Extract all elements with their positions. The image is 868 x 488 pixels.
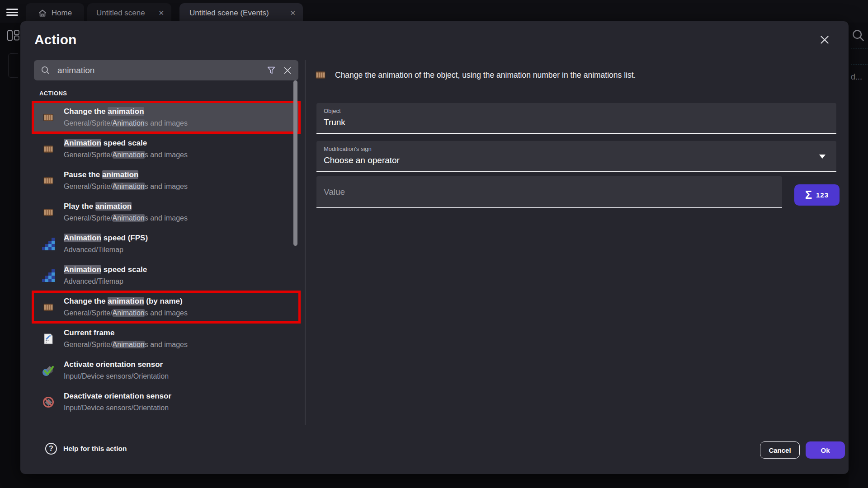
close-tab-icon[interactable]: ✕ (290, 9, 296, 17)
close-tab-icon[interactable]: ✕ (158, 9, 164, 17)
tilemap-icon (42, 269, 55, 282)
scrollbar-thumb[interactable] (293, 80, 297, 246)
help-link[interactable]: ? Help for this action (45, 443, 127, 455)
home-icon (38, 9, 47, 18)
tab-label: Untitled scene (Events) (189, 9, 269, 18)
help-label: Help for this action (63, 445, 127, 453)
sprite-trunk-icon (42, 111, 55, 124)
activate-sensor-icon (42, 364, 55, 377)
selection-outline (851, 48, 868, 65)
sprite-trunk-icon (42, 143, 55, 155)
magnifier-icon (851, 28, 866, 43)
sprite-trunk-icon (42, 301, 55, 314)
tilemap-icon (42, 238, 55, 250)
sigma-icon: Σ (805, 188, 812, 202)
search-icon (40, 65, 51, 76)
dialog-title: Action (34, 32, 76, 47)
modification-sign-dropdown[interactable]: Modification's sign Choose an operator (316, 141, 836, 172)
filter-funnel-icon[interactable] (263, 62, 279, 79)
field-value: Trunk (324, 117, 345, 127)
action-item-deactivate-orientation-sensor[interactable]: Deactivate orientation sensor Input/Devi… (34, 388, 298, 416)
numeric-label: 123 (816, 191, 829, 199)
action-description: Change the animation of the object, usin… (335, 70, 636, 80)
object-field[interactable]: Object Trunk (316, 103, 836, 134)
field-value: Choose an operator (324, 155, 400, 165)
action-dialog: Action ACTIONS Change the animation Gene… (20, 21, 849, 474)
action-item-current-frame[interactable]: Current frame General/Sprite/Animations … (34, 324, 298, 353)
sprite-trunk-icon (42, 174, 55, 187)
field-label: Modification's sign (324, 145, 372, 152)
tab-label: Home (52, 9, 72, 18)
action-item-play-animation[interactable]: Play the animation General/Sprite/Animat… (34, 198, 298, 226)
tab-bar: Home Untitled scene ✕ Untitled scene (Ev… (0, 0, 868, 23)
action-item-animation-speed-scale[interactable]: Animation speed scale General/Sprite/Ani… (34, 135, 298, 163)
truncated-text: d... (851, 72, 862, 82)
tab-home[interactable]: Home (26, 3, 84, 23)
help-circle-icon: ? (45, 443, 57, 455)
current-frame-icon (42, 333, 55, 345)
action-item-activate-orientation-sensor[interactable]: Activate orientation sensor Input/Device… (34, 356, 298, 385)
action-item-animation-speed-scale-tilemap[interactable]: Animation speed scale Advanced/Tilemap (34, 261, 298, 290)
search-input[interactable] (57, 66, 263, 75)
action-list: Change the animation General/Sprite/Anim… (34, 103, 298, 419)
hamburger-menu-icon[interactable] (6, 9, 18, 16)
action-description-row: Change the animation of the object, usin… (314, 69, 636, 81)
action-item-animation-speed-fps[interactable]: Animation speed (FPS) Advanced/Tilemap (34, 230, 298, 258)
background-panel-right (849, 23, 868, 488)
action-item-change-animation[interactable]: Change the animation General/Sprite/Anim… (34, 103, 298, 131)
value-field[interactable]: Value (316, 176, 782, 208)
tab-untitled-scene-events[interactable]: Untitled scene (Events) ✕ (179, 3, 303, 23)
tab-label: Untitled scene (96, 9, 145, 18)
tab-untitled-scene[interactable]: Untitled scene ✕ (87, 3, 171, 23)
sprite-trunk-icon (314, 69, 327, 81)
close-dialog-button[interactable] (816, 31, 833, 48)
expression-editor-button[interactable]: Σ 123 (794, 184, 840, 206)
sprite-trunk-icon (42, 206, 55, 219)
field-label: Object (324, 108, 341, 114)
deactivate-sensor-icon (42, 396, 55, 408)
clear-search-icon[interactable] (279, 62, 296, 79)
gdevelop-app: Home Untitled scene ✕ Untitled scene (Ev… (0, 0, 868, 488)
action-item-pause-animation[interactable]: Pause the animation General/Sprite/Anima… (34, 166, 298, 195)
search-bar (34, 60, 298, 80)
ok-button[interactable]: Ok (806, 441, 845, 459)
background-panel-edge (8, 53, 18, 78)
objects-panel-icon (7, 30, 20, 41)
dropdown-caret-icon (819, 155, 826, 159)
field-placeholder: Value (324, 187, 345, 197)
cancel-button[interactable]: Cancel (760, 441, 800, 459)
close-icon (819, 34, 830, 46)
panel-divider (305, 60, 306, 425)
section-header-actions: ACTIONS (39, 90, 67, 97)
action-item-change-animation-by-name[interactable]: Change the animation (by name) General/S… (34, 293, 298, 321)
